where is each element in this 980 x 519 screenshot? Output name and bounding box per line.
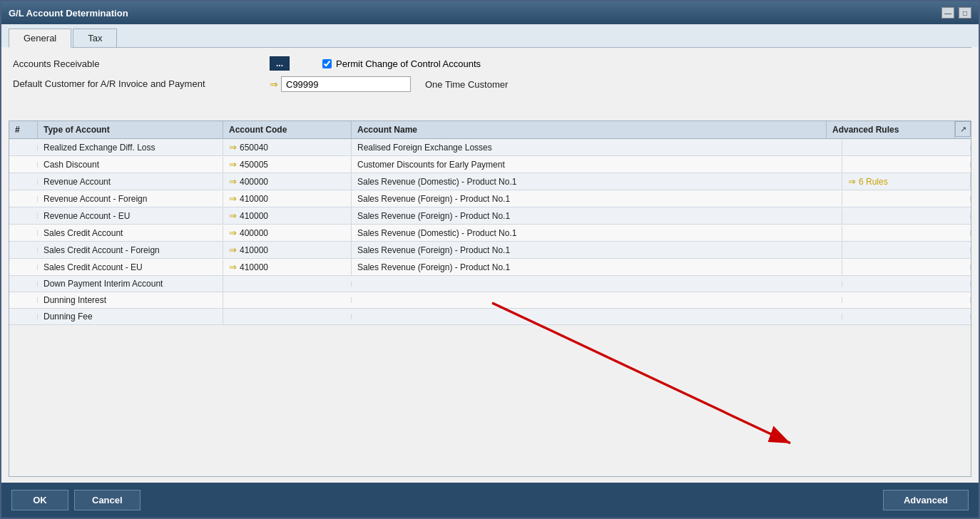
expand-table-button[interactable]: ↗: [955, 121, 971, 137]
table-header: # Type of Account Account Code Account N…: [9, 121, 971, 139]
table-row[interactable]: Dunning Interest: [9, 292, 971, 309]
table-row[interactable]: Revenue Account - Foreign ⇒ 410000 Sales…: [9, 190, 971, 207]
form-area: Accounts Receivable ... Permit Change of…: [1, 48, 979, 106]
table-row[interactable]: Dunning Fee: [9, 309, 971, 325]
cancel-button[interactable]: Cancel: [74, 490, 141, 510]
account-code-cell: ⇒ 400000: [223, 173, 352, 190]
account-code-cell: [223, 281, 352, 287]
customer-code-input[interactable]: [281, 76, 411, 92]
account-name-cell: Sales Revenue (Foreign) - Product No.1: [352, 260, 842, 275]
accounts-receivable-row: Accounts Receivable ... Permit Change of…: [13, 56, 967, 71]
account-type-cell: Cash Discount: [38, 157, 223, 173]
main-window: G/L Account Determination — □ General Ta…: [0, 0, 980, 519]
advanced-rules-cell: [842, 196, 971, 202]
advanced-rules-cell: [842, 162, 971, 168]
account-name-cell: [352, 297, 842, 303]
account-code-cell: ⇒ 410000: [223, 242, 352, 258]
code-arrow-icon: ⇒: [229, 142, 237, 153]
code-arrow-icon: ⇒: [229, 210, 237, 221]
accounts-receivable-browse-button[interactable]: ...: [270, 56, 290, 71]
default-customer-row: Default Customer for A/R Invoice and Pay…: [13, 76, 967, 92]
code-arrow-icon: ⇒: [229, 193, 237, 204]
table-row[interactable]: Sales Credit Account ⇒ 400000 Sales Reve…: [9, 225, 971, 242]
advanced-arrow-icon: ⇒: [848, 176, 856, 187]
default-customer-label: Default Customer for A/R Invoice and Pay…: [13, 78, 270, 91]
account-code-cell: ⇒ 450005: [223, 156, 352, 173]
tab-bar: General Tax: [1, 24, 979, 47]
table-row[interactable]: Revenue Account - EU ⇒ 410000 Sales Reve…: [9, 207, 971, 225]
table-row[interactable]: Realized Exchange Diff. Loss ⇒ 650040 Re…: [9, 139, 971, 156]
one-time-customer-label: One Time Customer: [425, 79, 508, 90]
account-name-cell: Sales Revenue (Foreign) - Product No.1: [352, 191, 842, 207]
col-header-num: #: [9, 121, 38, 138]
code-arrow-icon: ⇒: [229, 176, 237, 187]
permit-change-checkbox-area: Permit Change of Control Accounts: [322, 58, 481, 69]
account-name-cell: Realised Foreign Exchange Losses: [352, 140, 842, 155]
account-code-cell: [223, 314, 352, 319]
account-code-cell: [223, 297, 352, 303]
table-row[interactable]: Sales Credit Account - Foreign ⇒ 410000 …: [9, 242, 971, 259]
account-name-cell: [352, 281, 842, 287]
account-type-cell: Sales Credit Account - EU: [38, 260, 223, 275]
account-code-cell: ⇒ 650040: [223, 139, 352, 155]
account-name-cell: Sales Revenue (Foreign) - Product No.1: [352, 208, 842, 224]
advanced-rules-cell: [842, 145, 971, 150]
account-type-cell: Dunning Interest: [38, 292, 223, 308]
account-code-cell: ⇒ 410000: [223, 207, 352, 224]
col-header-name: Account Name: [352, 121, 827, 138]
title-bar: G/L Account Determination — □: [1, 1, 979, 24]
permit-change-checkbox[interactable]: [322, 59, 332, 68]
col-header-code: Account Code: [223, 121, 352, 138]
account-type-cell: Down Payment Interim Account: [38, 276, 223, 292]
table-row[interactable]: Down Payment Interim Account: [9, 276, 971, 292]
advanced-rules-cell: [842, 230, 971, 236]
code-arrow-icon: ⇒: [229, 227, 237, 238]
tab-tax[interactable]: Tax: [73, 29, 117, 47]
advanced-rules-cell: [842, 314, 971, 319]
code-arrow-icon: ⇒: [229, 262, 237, 272]
advanced-rules-cell: [842, 264, 971, 270]
col-header-advanced: Advanced Rules: [827, 121, 955, 138]
code-arrow-icon: ⇒: [229, 159, 237, 170]
maximize-button[interactable]: □: [959, 7, 971, 19]
ok-button[interactable]: OK: [11, 490, 68, 510]
account-code-cell: ⇒ 400000: [223, 225, 352, 241]
content-area: General Tax Accounts Receivable ... Perm…: [1, 24, 979, 483]
table-row[interactable]: Cash Discount ⇒ 450005 Customer Discount…: [9, 156, 971, 173]
account-name-cell: Sales Revenue (Foreign) - Product No.1: [352, 242, 842, 258]
account-code-cell: ⇒ 410000: [223, 259, 352, 275]
account-type-cell: Sales Credit Account - Foreign: [38, 242, 223, 258]
advanced-rules-cell: [842, 213, 971, 219]
advanced-rules-link[interactable]: 6 Rules: [859, 177, 888, 187]
window-title: G/L Account Determination: [9, 8, 128, 19]
account-type-cell: Sales Credit Account: [38, 225, 223, 241]
account-type-cell: Revenue Account - EU: [38, 208, 223, 224]
table-row[interactable]: Sales Credit Account - EU ⇒ 410000 Sales…: [9, 259, 971, 276]
account-type-cell: Realized Exchange Diff. Loss: [38, 140, 223, 155]
advanced-rules-cell: [842, 297, 971, 303]
account-type-cell: Dunning Fee: [38, 309, 223, 324]
tab-general[interactable]: General: [9, 29, 71, 48]
advanced-rules-cell[interactable]: ⇒ 6 Rules: [842, 173, 971, 190]
account-table: # Type of Account Account Code Account N…: [9, 120, 971, 477]
advanced-button[interactable]: Advanced: [883, 490, 969, 510]
table-body: Realized Exchange Diff. Loss ⇒ 650040 Re…: [9, 139, 971, 476]
code-arrow-icon: ⇒: [229, 245, 237, 255]
col-header-type: Type of Account: [38, 121, 223, 138]
table-row[interactable]: Revenue Account ⇒ 400000 Sales Revenue (…: [9, 173, 971, 190]
account-name-cell: Sales Revenue (Domestic) - Product No.1: [352, 174, 842, 190]
window-controls: — □: [941, 7, 971, 19]
footer: OK Cancel Advanced: [1, 483, 979, 518]
account-type-cell: Revenue Account: [38, 174, 223, 190]
accounts-receivable-label: Accounts Receivable: [13, 58, 270, 69]
account-name-cell: [352, 314, 842, 319]
account-name-cell: Sales Revenue (Domestic) - Product No.1: [352, 225, 842, 241]
permit-change-label: Permit Change of Control Accounts: [336, 58, 481, 69]
account-type-cell: Revenue Account - Foreign: [38, 191, 223, 207]
account-code-cell: ⇒ 410000: [223, 190, 352, 207]
advanced-rules-cell: [842, 281, 971, 287]
minimize-button[interactable]: —: [941, 7, 954, 19]
account-name-cell: Customer Discounts for Early Payment: [352, 157, 842, 173]
default-customer-arrow-icon: ⇒: [270, 78, 278, 90]
footer-left-buttons: OK Cancel: [11, 490, 141, 510]
